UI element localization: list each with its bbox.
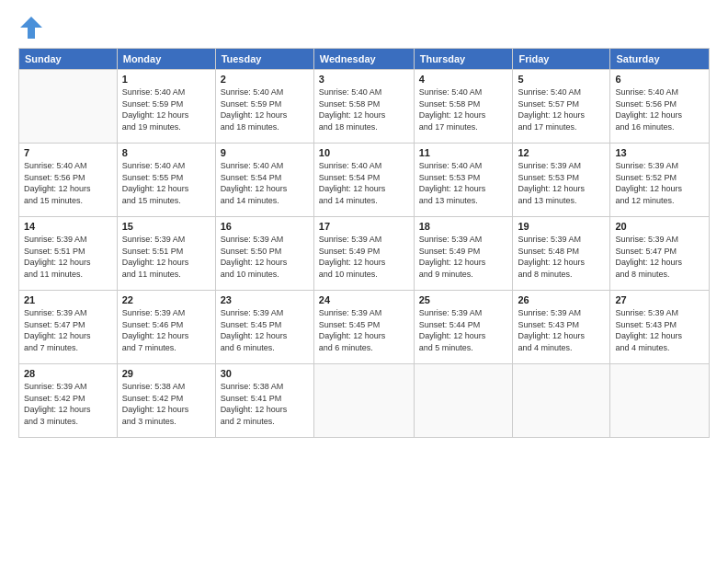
calendar-cell: 15Sunrise: 5:39 AM Sunset: 5:51 PM Dayli… bbox=[117, 217, 215, 291]
day-number: 30 bbox=[221, 368, 309, 379]
day-number: 20 bbox=[615, 221, 704, 232]
calendar-header-sunday: Sunday bbox=[19, 49, 118, 70]
day-info: Sunrise: 5:40 AM Sunset: 5:54 PM Dayligh… bbox=[319, 160, 409, 206]
day-number: 12 bbox=[518, 147, 605, 158]
calendar: SundayMondayTuesdayWednesdayThursdayFrid… bbox=[18, 48, 710, 438]
calendar-week-row: 14Sunrise: 5:39 AM Sunset: 5:51 PM Dayli… bbox=[19, 217, 710, 291]
calendar-cell: 24Sunrise: 5:39 AM Sunset: 5:45 PM Dayli… bbox=[313, 291, 414, 364]
day-info: Sunrise: 5:39 AM Sunset: 5:49 PM Dayligh… bbox=[319, 234, 409, 280]
day-info: Sunrise: 5:39 AM Sunset: 5:45 PM Dayligh… bbox=[221, 307, 309, 353]
day-number: 8 bbox=[122, 147, 210, 158]
calendar-cell bbox=[610, 364, 710, 438]
day-info: Sunrise: 5:39 AM Sunset: 5:43 PM Dayligh… bbox=[615, 307, 704, 353]
day-number: 11 bbox=[419, 147, 508, 158]
calendar-cell: 10Sunrise: 5:40 AM Sunset: 5:54 PM Dayli… bbox=[313, 144, 414, 217]
calendar-cell: 8Sunrise: 5:40 AM Sunset: 5:55 PM Daylig… bbox=[117, 144, 215, 217]
day-number: 4 bbox=[419, 74, 508, 85]
day-number: 22 bbox=[122, 294, 210, 305]
calendar-cell: 5Sunrise: 5:40 AM Sunset: 5:57 PM Daylig… bbox=[513, 70, 610, 144]
calendar-cell: 22Sunrise: 5:39 AM Sunset: 5:46 PM Dayli… bbox=[117, 291, 215, 364]
day-info: Sunrise: 5:40 AM Sunset: 5:59 PM Dayligh… bbox=[122, 86, 210, 132]
calendar-header-friday: Friday bbox=[513, 49, 610, 70]
calendar-cell: 13Sunrise: 5:39 AM Sunset: 5:52 PM Dayli… bbox=[610, 144, 710, 217]
calendar-cell: 4Sunrise: 5:40 AM Sunset: 5:58 PM Daylig… bbox=[414, 70, 513, 144]
calendar-cell: 23Sunrise: 5:39 AM Sunset: 5:45 PM Dayli… bbox=[215, 291, 313, 364]
calendar-cell bbox=[513, 364, 610, 438]
day-info: Sunrise: 5:40 AM Sunset: 5:58 PM Dayligh… bbox=[419, 86, 508, 132]
calendar-cell: 9Sunrise: 5:40 AM Sunset: 5:54 PM Daylig… bbox=[215, 144, 313, 217]
day-number: 25 bbox=[419, 294, 508, 305]
day-number: 2 bbox=[221, 74, 309, 85]
day-number: 3 bbox=[319, 74, 409, 85]
day-info: Sunrise: 5:39 AM Sunset: 5:42 PM Dayligh… bbox=[24, 381, 112, 427]
calendar-cell: 27Sunrise: 5:39 AM Sunset: 5:43 PM Dayli… bbox=[610, 291, 710, 364]
calendar-cell bbox=[19, 70, 118, 144]
calendar-cell: 26Sunrise: 5:39 AM Sunset: 5:43 PM Dayli… bbox=[513, 291, 610, 364]
calendar-header-saturday: Saturday bbox=[610, 49, 710, 70]
day-info: Sunrise: 5:39 AM Sunset: 5:46 PM Dayligh… bbox=[122, 307, 210, 353]
calendar-cell: 1Sunrise: 5:40 AM Sunset: 5:59 PM Daylig… bbox=[117, 70, 215, 144]
day-number: 7 bbox=[24, 147, 112, 158]
logo-icon bbox=[18, 15, 44, 40]
day-info: Sunrise: 5:39 AM Sunset: 5:44 PM Dayligh… bbox=[419, 307, 508, 353]
calendar-cell: 18Sunrise: 5:39 AM Sunset: 5:49 PM Dayli… bbox=[414, 217, 513, 291]
day-number: 26 bbox=[518, 294, 605, 305]
day-info: Sunrise: 5:40 AM Sunset: 5:57 PM Dayligh… bbox=[518, 86, 605, 132]
day-info: Sunrise: 5:39 AM Sunset: 5:49 PM Dayligh… bbox=[419, 234, 508, 280]
calendar-cell: 11Sunrise: 5:40 AM Sunset: 5:53 PM Dayli… bbox=[414, 144, 513, 217]
calendar-cell: 20Sunrise: 5:39 AM Sunset: 5:47 PM Dayli… bbox=[610, 217, 710, 291]
day-number: 16 bbox=[221, 221, 309, 232]
calendar-cell: 17Sunrise: 5:39 AM Sunset: 5:49 PM Dayli… bbox=[313, 217, 414, 291]
day-info: Sunrise: 5:38 AM Sunset: 5:42 PM Dayligh… bbox=[122, 381, 210, 427]
calendar-header-tuesday: Tuesday bbox=[215, 49, 313, 70]
day-number: 10 bbox=[319, 147, 409, 158]
calendar-week-row: 1Sunrise: 5:40 AM Sunset: 5:59 PM Daylig… bbox=[19, 70, 710, 144]
calendar-header-wednesday: Wednesday bbox=[313, 49, 414, 70]
day-info: Sunrise: 5:40 AM Sunset: 5:55 PM Dayligh… bbox=[122, 160, 210, 206]
calendar-cell bbox=[414, 364, 513, 438]
calendar-week-row: 7Sunrise: 5:40 AM Sunset: 5:56 PM Daylig… bbox=[19, 144, 710, 217]
calendar-week-row: 21Sunrise: 5:39 AM Sunset: 5:47 PM Dayli… bbox=[19, 291, 710, 364]
calendar-cell: 30Sunrise: 5:38 AM Sunset: 5:41 PM Dayli… bbox=[215, 364, 313, 438]
day-number: 17 bbox=[319, 221, 409, 232]
calendar-cell: 16Sunrise: 5:39 AM Sunset: 5:50 PM Dayli… bbox=[215, 217, 313, 291]
day-info: Sunrise: 5:39 AM Sunset: 5:50 PM Dayligh… bbox=[221, 234, 309, 280]
day-number: 6 bbox=[615, 74, 704, 85]
calendar-cell: 19Sunrise: 5:39 AM Sunset: 5:48 PM Dayli… bbox=[513, 217, 610, 291]
day-info: Sunrise: 5:39 AM Sunset: 5:53 PM Dayligh… bbox=[518, 160, 605, 206]
logo bbox=[18, 15, 48, 40]
day-info: Sunrise: 5:39 AM Sunset: 5:51 PM Dayligh… bbox=[122, 234, 210, 280]
day-number: 1 bbox=[122, 74, 210, 85]
day-number: 13 bbox=[615, 147, 704, 158]
day-number: 29 bbox=[122, 368, 210, 379]
calendar-week-row: 28Sunrise: 5:39 AM Sunset: 5:42 PM Dayli… bbox=[19, 364, 710, 438]
day-number: 21 bbox=[24, 294, 112, 305]
day-info: Sunrise: 5:40 AM Sunset: 5:54 PM Dayligh… bbox=[221, 160, 309, 206]
calendar-cell: 2Sunrise: 5:40 AM Sunset: 5:59 PM Daylig… bbox=[215, 70, 313, 144]
day-info: Sunrise: 5:39 AM Sunset: 5:47 PM Dayligh… bbox=[24, 307, 112, 353]
day-number: 27 bbox=[615, 294, 704, 305]
calendar-cell: 28Sunrise: 5:39 AM Sunset: 5:42 PM Dayli… bbox=[19, 364, 118, 438]
day-info: Sunrise: 5:40 AM Sunset: 5:53 PM Dayligh… bbox=[419, 160, 508, 206]
day-info: Sunrise: 5:39 AM Sunset: 5:43 PM Dayligh… bbox=[518, 307, 605, 353]
calendar-header-thursday: Thursday bbox=[414, 49, 513, 70]
calendar-cell: 6Sunrise: 5:40 AM Sunset: 5:56 PM Daylig… bbox=[610, 70, 710, 144]
day-number: 19 bbox=[518, 221, 605, 232]
day-info: Sunrise: 5:39 AM Sunset: 5:45 PM Dayligh… bbox=[319, 307, 409, 353]
day-number: 28 bbox=[24, 368, 112, 379]
calendar-cell: 14Sunrise: 5:39 AM Sunset: 5:51 PM Dayli… bbox=[19, 217, 118, 291]
day-info: Sunrise: 5:40 AM Sunset: 5:56 PM Dayligh… bbox=[615, 86, 704, 132]
day-info: Sunrise: 5:39 AM Sunset: 5:52 PM Dayligh… bbox=[615, 160, 704, 206]
day-number: 9 bbox=[221, 147, 309, 158]
day-info: Sunrise: 5:39 AM Sunset: 5:47 PM Dayligh… bbox=[615, 234, 704, 280]
day-number: 5 bbox=[518, 74, 605, 85]
day-info: Sunrise: 5:40 AM Sunset: 5:58 PM Dayligh… bbox=[319, 86, 409, 132]
page: SundayMondayTuesdayWednesdayThursdayFrid… bbox=[0, 0, 728, 563]
calendar-cell bbox=[313, 364, 414, 438]
calendar-cell: 12Sunrise: 5:39 AM Sunset: 5:53 PM Dayli… bbox=[513, 144, 610, 217]
svg-marker-0 bbox=[20, 17, 42, 39]
calendar-cell: 21Sunrise: 5:39 AM Sunset: 5:47 PM Dayli… bbox=[19, 291, 118, 364]
day-number: 15 bbox=[122, 221, 210, 232]
day-number: 14 bbox=[24, 221, 112, 232]
day-info: Sunrise: 5:39 AM Sunset: 5:48 PM Dayligh… bbox=[518, 234, 605, 280]
